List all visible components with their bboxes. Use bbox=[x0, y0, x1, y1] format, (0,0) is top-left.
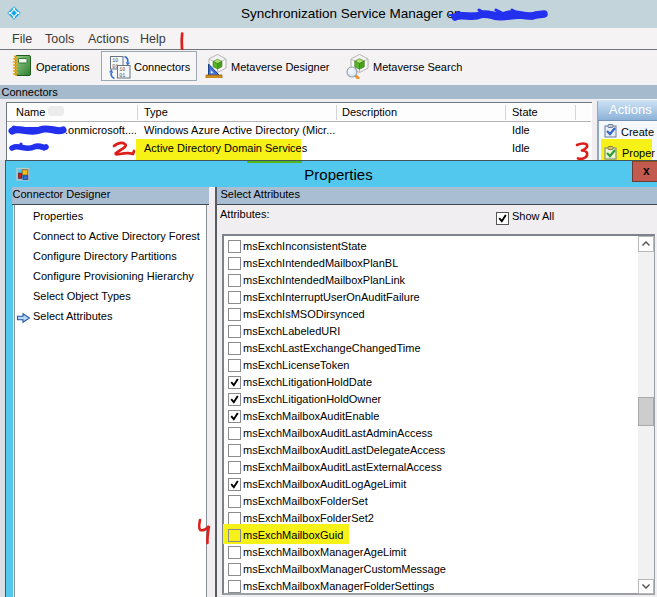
svg-text:01: 01 bbox=[119, 73, 125, 79]
